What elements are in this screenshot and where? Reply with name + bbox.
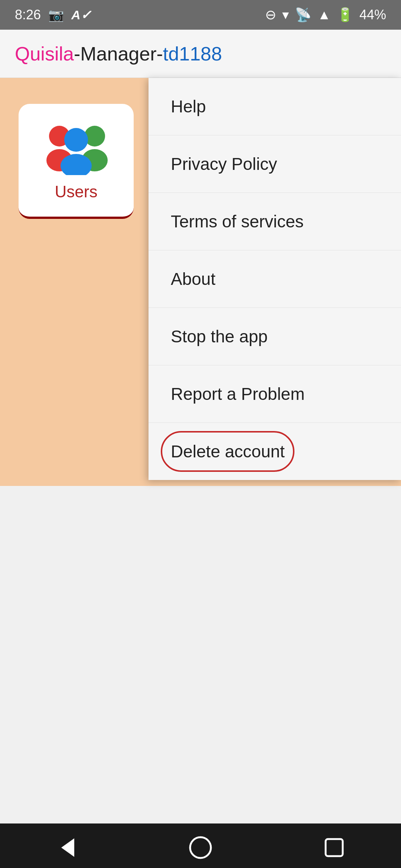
status-bar: 8:26 📷 A✓ ⊖ ▾ 📡 ▲ 🔋 44% xyxy=(0,0,401,30)
svg-rect-8 xyxy=(326,839,343,856)
users-icon xyxy=(43,119,110,175)
menu-item-about[interactable]: About xyxy=(149,250,401,308)
title-quisila: Quisila xyxy=(15,43,74,65)
nav-home-button[interactable] xyxy=(182,829,219,866)
svg-marker-6 xyxy=(61,838,74,857)
status-right: ⊖ ▾ 📡 ▲ 🔋 44% xyxy=(265,7,386,23)
svg-point-4 xyxy=(64,128,88,152)
users-label: Users xyxy=(55,183,98,201)
title-manager: Manager xyxy=(80,43,156,65)
app-header: Quisila-Manager-td1188 xyxy=(0,30,401,78)
title-separator1: - xyxy=(74,43,80,65)
app-title: Quisila-Manager-td1188 xyxy=(15,43,222,65)
wifi-icon: ▾ xyxy=(282,7,289,23)
menu-item-stop-the-app[interactable]: Stop the app xyxy=(149,308,401,365)
font-icon: A✓ xyxy=(71,7,91,22)
hotspot-icon: 📡 xyxy=(295,7,312,23)
title-separator2: - xyxy=(157,43,163,65)
title-td: td1188 xyxy=(163,43,222,65)
main-content: Users Packer Help Privacy Policy Terms o… xyxy=(0,78,401,486)
users-card[interactable]: Users xyxy=(19,104,134,219)
menu-item-report-a-problem[interactable]: Report a Problem xyxy=(149,365,401,423)
cellular-icon: ▲ xyxy=(317,7,331,23)
svg-point-7 xyxy=(190,837,211,858)
status-time: 8:26 xyxy=(15,7,41,23)
nav-bar xyxy=(0,823,401,868)
menu-item-terms-of-services[interactable]: Terms of services xyxy=(149,193,401,250)
dropdown-menu: Help Privacy Policy Terms of services Ab… xyxy=(149,78,401,480)
menu-item-privacy-policy[interactable]: Privacy Policy xyxy=(149,135,401,193)
lower-content xyxy=(0,486,401,823)
camera-icon: 📷 xyxy=(48,7,64,22)
nav-recent-button[interactable] xyxy=(316,829,353,866)
menu-item-delete-account[interactable]: Delete account xyxy=(149,423,401,480)
battery-level: 44% xyxy=(359,7,386,23)
menu-item-help[interactable]: Help xyxy=(149,78,401,135)
nav-back-button[interactable] xyxy=(48,829,85,866)
delete-account-label: Delete account xyxy=(171,441,285,461)
dnd-icon: ⊖ xyxy=(265,7,276,23)
battery-icon: 🔋 xyxy=(337,7,353,23)
status-left: 8:26 📷 A✓ xyxy=(15,7,91,23)
